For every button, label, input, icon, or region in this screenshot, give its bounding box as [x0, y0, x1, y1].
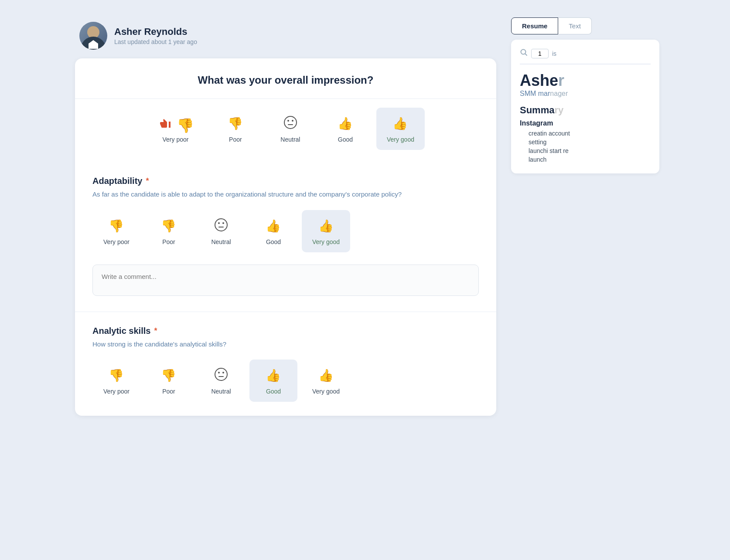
adapt-thumbs-up-light-icon: 👍 [266, 217, 281, 235]
analytic-title: Analytic skills [92, 326, 150, 336]
resume-summary-title: Summary [520, 105, 651, 116]
content-card: What was your overall impression? 👎 Very… [75, 58, 496, 416]
overall-good-label: Good [338, 136, 353, 143]
candidate-last-updated: Last updated about 1 year ago [114, 38, 197, 45]
analytic-thumbs-up-dark-icon: 👍 [318, 367, 334, 384]
adaptability-comment-input[interactable] [92, 265, 479, 296]
analytic-rating-row: 👎 Very poor 👎 Poor [92, 360, 479, 402]
analytic-poor-label: Poor [162, 388, 175, 395]
svg-text:👍: 👍 [318, 368, 334, 382]
adaptability-description: As far as the candidate is able to adapt… [92, 190, 479, 200]
svg-text:👎: 👎 [161, 219, 176, 233]
analytic-very-poor-label: Very poor [103, 388, 130, 395]
adaptability-section: Adaptability * As far as the candidate i… [75, 162, 496, 312]
svg-text:👎: 👎 [161, 368, 176, 382]
overall-neutral-label: Neutral [280, 136, 300, 143]
search-suffix: is [552, 50, 556, 57]
resume-content: Asher SMM marnager Summary Instagram cre… [520, 71, 651, 165]
adaptability-required-star: * [146, 176, 149, 186]
svg-text:👍: 👍 [266, 368, 281, 382]
avatar [79, 22, 107, 50]
analytic-neutral[interactable]: Neutral [197, 360, 245, 402]
analytic-very-good[interactable]: 👍 Very good [302, 360, 350, 402]
list-item: launchi start re [529, 147, 651, 154]
adapt-thumbs-up-dark-icon: 👍 [318, 217, 334, 235]
adaptability-very-good[interactable]: 👍 Very good [302, 210, 350, 252]
page-search-input[interactable] [531, 49, 549, 58]
candidate-name: Asher Reynolds [114, 26, 197, 37]
right-panel: Resume Text is Asher SMM marnager [511, 17, 659, 416]
svg-point-10 [218, 222, 220, 224]
search-icon [520, 48, 528, 58]
analytic-thumbs-up-light-icon: 👍 [266, 367, 281, 384]
resume-role: SMM marnager [520, 90, 651, 98]
svg-text:👍: 👍 [318, 219, 334, 233]
svg-text:👎: 👎 [109, 219, 124, 233]
analytic-title-row: Analytic skills * [92, 326, 479, 336]
svg-point-1 [284, 116, 297, 129]
thumbs-down-light-icon: 👎 [228, 115, 243, 132]
tab-resume[interactable]: Resume [511, 17, 558, 34]
analytic-thumbs-down-dark-icon: 👎 [109, 367, 124, 384]
overall-very-poor-label: Very poor [162, 136, 188, 143]
svg-line-24 [525, 54, 527, 56]
thumbs-up-dark-icon: 👍 [392, 115, 408, 132]
overall-poor[interactable]: 👎 Poor [211, 108, 259, 150]
candidate-info: Asher Reynolds Last updated about 1 year… [114, 26, 197, 45]
analytic-very-poor[interactable]: 👎 Very poor [92, 360, 140, 402]
adaptability-good[interactable]: 👍 Good [249, 210, 297, 252]
overall-poor-label: Poor [229, 136, 242, 143]
analytic-poor[interactable]: 👎 Poor [145, 360, 193, 402]
analytic-good[interactable]: 👍 Good [249, 360, 297, 402]
adaptability-neutral-label: Neutral [211, 238, 231, 245]
analytic-good-label: Good [266, 388, 281, 395]
svg-text:👍: 👍 [266, 219, 281, 233]
resume-panel: is Asher SMM marnager Summary Instagram … [511, 40, 659, 173]
thumbs-down-dark-icon: 👎 [157, 115, 194, 132]
adaptability-neutral[interactable]: Neutral [197, 210, 245, 252]
overall-neutral[interactable]: Neutral [266, 108, 314, 150]
svg-point-19 [222, 372, 224, 373]
adaptability-very-poor[interactable]: 👎 Very poor [92, 210, 140, 252]
avatar-image [79, 22, 107, 50]
analytic-very-good-label: Very good [312, 388, 340, 395]
list-item: setting [529, 139, 651, 146]
adaptability-title: Adaptability [92, 176, 142, 186]
candidate-header: Asher Reynolds Last updated about 1 year… [71, 17, 501, 58]
analytic-required-star: * [154, 326, 157, 336]
overall-good[interactable]: 👍 Good [321, 108, 369, 150]
adaptability-good-label: Good [266, 238, 281, 245]
tab-bar: Resume Text [511, 17, 659, 34]
svg-text:👍: 👍 [338, 116, 353, 130]
adapt-thumbs-down-light-icon: 👎 [161, 217, 177, 235]
svg-text:👍: 👍 [392, 116, 408, 130]
overall-impression-section: What was your overall impression? 👎 Very… [75, 58, 496, 162]
adapt-thumbs-down-dark-icon: 👎 [109, 217, 124, 235]
analytic-thumbs-down-light-icon: 👎 [161, 367, 177, 384]
search-bar: is [520, 48, 651, 64]
tab-text[interactable]: Text [558, 17, 592, 34]
analytic-neutral-icon [213, 367, 229, 384]
analytic-description: How strong is the candidate's analytical… [92, 339, 479, 350]
svg-point-9 [215, 219, 227, 231]
svg-point-2 [287, 120, 289, 122]
analytic-neutral-label: Neutral [211, 388, 231, 395]
svg-text:👎: 👎 [109, 368, 124, 382]
page-container: Asher Reynolds Last updated about 1 year… [71, 17, 659, 416]
svg-point-17 [215, 368, 227, 380]
adaptability-very-poor-label: Very poor [103, 238, 130, 245]
adaptability-poor[interactable]: 👎 Poor [145, 210, 193, 252]
adaptability-title-row: Adaptability * [92, 176, 479, 186]
svg-point-18 [218, 372, 220, 373]
svg-point-3 [292, 120, 293, 122]
overall-very-good[interactable]: 👍 Very good [376, 108, 425, 150]
adaptability-rating-row: 👎 Very poor 👎 Poor [92, 210, 479, 261]
svg-point-11 [222, 222, 224, 224]
resume-subsection: Instagram [520, 119, 651, 127]
overall-very-good-label: Very good [387, 136, 414, 143]
resume-list: creatin account setting launchi start re… [520, 130, 651, 163]
main-panel: Asher Reynolds Last updated about 1 year… [71, 17, 501, 416]
neutral-icon [283, 115, 298, 132]
thumbs-up-light-icon: 👍 [338, 115, 353, 132]
overall-very-poor[interactable]: 👎 Very poor [147, 108, 205, 150]
